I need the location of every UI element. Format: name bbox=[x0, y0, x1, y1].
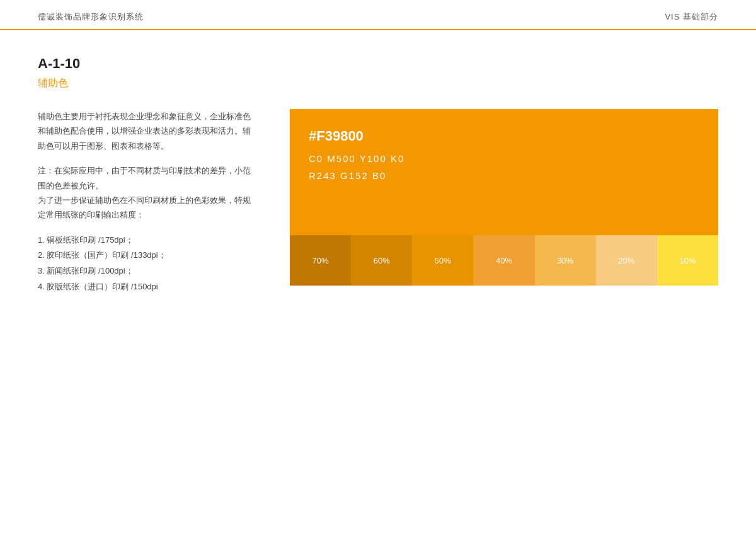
header-right-title: VIS 基础部分 bbox=[665, 11, 718, 23]
color-swatch: 50% bbox=[412, 235, 473, 286]
print-list: 1. 铜板纸张印刷 /175dpi； 2. 胶印纸张（国产）印刷 /133dpi… bbox=[38, 233, 252, 295]
color-swatch: 10% bbox=[657, 235, 718, 286]
page-code: A-1-10 bbox=[38, 55, 718, 72]
description2: 注：在实际应用中，由于不同材质与印刷技术的差异，小范围的色差被允许。为了进一步保… bbox=[38, 163, 252, 223]
list-item-1: 1. 铜板纸张印刷 /175dpi； bbox=[38, 233, 252, 248]
description1: 辅助色主要用于衬托表现企业理念和象征意义，企业标准色和辅助色配合使用，以增强企业… bbox=[38, 109, 252, 153]
color-swatch: 60% bbox=[351, 235, 412, 286]
list-item-4: 4. 胶版纸张（进口）印刷 /150dpi bbox=[38, 279, 252, 295]
color-swatches: 70%60%50%40%30%20%10% bbox=[290, 235, 718, 286]
color-cmyk: C0 M500 Y100 K0 bbox=[309, 153, 699, 164]
color-main-block: #F39800 C0 M500 Y100 K0 R243 G152 B0 bbox=[290, 109, 718, 235]
header: 儒诚装饰品牌形象识别系统 VIS 基础部分 bbox=[0, 0, 756, 30]
list-item-3: 3. 新闻纸张印刷 /100dpi； bbox=[38, 264, 252, 279]
main-content: A-1-10 辅助色 辅助色主要用于衬托表现企业理念和象征意义，企业标准色和辅助… bbox=[0, 30, 756, 320]
color-swatch: 30% bbox=[535, 235, 596, 286]
content-row: 辅助色主要用于衬托表现企业理念和象征意义，企业标准色和辅助色配合使用，以增强企业… bbox=[38, 109, 718, 294]
header-left-title: 儒诚装饰品牌形象识别系统 bbox=[38, 11, 144, 23]
color-section: #F39800 C0 M500 Y100 K0 R243 G152 B0 70%… bbox=[290, 109, 718, 286]
color-swatch: 70% bbox=[290, 235, 351, 286]
color-swatch: 20% bbox=[596, 235, 657, 286]
text-section: 辅助色主要用于衬托表现企业理念和象征意义，企业标准色和辅助色配合使用，以增强企业… bbox=[38, 109, 252, 294]
list-item-2: 2. 胶印纸张（国产）印刷 /133dpi； bbox=[38, 248, 252, 264]
color-rgb: R243 G152 B0 bbox=[309, 170, 699, 181]
color-swatch: 40% bbox=[473, 235, 534, 286]
page-subtitle: 辅助色 bbox=[38, 77, 718, 90]
color-hex: #F39800 bbox=[309, 128, 699, 144]
